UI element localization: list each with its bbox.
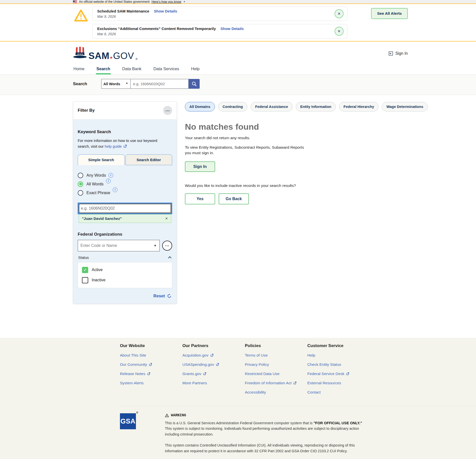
match-mode-radios: Any Words i All Words i Exact Phrase i [78,173,172,196]
keyword-chip-label: "Juan David Sanchez" [82,216,122,221]
sign-in-icon [388,51,393,56]
gov-banner-text: An official website of the United States… [79,0,150,3]
keyword-tabs: Simple Search Search Editor [78,154,172,165]
footer-link-system-alerts[interactable]: System Alerts [120,381,182,385]
info-icon[interactable]: i [113,187,117,192]
nav-data-services[interactable]: Data Services [153,64,180,74]
checkbox-inactive[interactable] [82,277,88,283]
collapse-filters-button[interactable]: — [163,106,172,115]
show-details-link[interactable]: Show Details [220,26,244,31]
help-guide-link[interactable]: help guide [105,144,122,148]
footer-link-usaspending-gov[interactable]: USASpending.gov [182,362,245,367]
go-back-button[interactable]: Go Back [219,193,249,204]
alert-title: Exclusions “Additional Comments” Content… [97,26,216,31]
more-options-button[interactable]: ... [162,241,172,251]
alerts-section: Scheduled SAM Maintenance Show Details M… [0,4,476,41]
results-area: All Domains Contracting Federal Assistan… [185,101,476,204]
how-you-know-link[interactable]: Here’s how you know [152,0,181,3]
footer-link-acquisition-gov[interactable]: Acquisition.gov [182,353,245,358]
external-link-icon [149,363,152,366]
footer-col-policies: Policies Terms of Use Privacy Policy Res… [245,343,307,395]
footer-link-help[interactable]: Help [307,353,370,358]
search-band-label: Search [73,81,87,86]
keyword-search-heading: Keyword Search [78,129,172,134]
pill-federal-assistance[interactable]: Federal Assistance [251,102,293,111]
footer-link-accessibility[interactable]: Accessibility [245,390,307,395]
show-details-link[interactable]: Show Details [154,9,177,13]
info-icon[interactable]: i [108,173,113,178]
yes-button[interactable]: Yes [185,193,215,204]
close-alert-button[interactable]: ✕ [335,27,344,36]
content-area: Filter By — Keyword Search For more info… [0,95,476,338]
registered-mark: ® [136,411,138,414]
footer-link-our-community[interactable]: Our Community [120,362,182,367]
reset-filters-link[interactable]: Reset [153,294,165,299]
footer-link-check-entity-status[interactable]: Check Entity Status [307,362,370,367]
svg-text:★: ★ [79,53,81,55]
radio-all-words[interactable] [78,181,83,187]
no-matches-title: No matches found [185,122,476,132]
sam-gov-logo[interactable]: ★ ★ ★ SAM★GOV ® [73,46,137,60]
footer-link-external-resources[interactable]: External Resources [307,381,370,385]
checkbox-active-label: Active [92,268,103,272]
federal-org-combobox[interactable] [78,240,160,251]
pill-federal-hierarchy[interactable]: Federal Hierarchy [339,102,379,111]
pill-all-domains[interactable]: All Domains [185,102,215,111]
search-submit-button[interactable] [189,79,200,89]
logo-star-icon: ★ [109,55,113,60]
sign-in-note: To view Entity Registrations, Subcontrac… [185,145,308,156]
nav-data-bank[interactable]: Data Bank [122,64,142,74]
footer-link-terms-of-use[interactable]: Terms of Use [245,353,307,358]
see-all-alerts-button[interactable]: See All Alerts [371,8,408,19]
tab-simple-search[interactable]: Simple Search [78,154,125,165]
reset-icon[interactable] [167,294,172,298]
chevron-up-icon[interactable] [168,256,172,259]
keyword-search-input[interactable] [79,204,171,213]
logo-gov-text: GOV [113,51,134,61]
info-icon[interactable]: i [106,179,111,183]
tab-search-editor[interactable]: Search Editor [125,154,172,165]
footer-heading: Our Partners [182,343,245,348]
footer-heading: Policies [245,343,307,348]
footer-link-restricted-data-use[interactable]: Restricted Data Use [245,372,307,376]
pill-entity-information[interactable]: Entity Information [296,102,336,111]
nav-home[interactable]: Home [73,64,85,74]
logo-sam-text: SAM [88,51,109,61]
footer-link-release-notes[interactable]: Release Notes [120,372,182,376]
remove-chip-icon[interactable]: ✕ [165,217,168,220]
checkbox-active[interactable]: ✓ [82,267,88,273]
alert-card: Scheduled SAM Maintenance Show Details M… [92,6,347,21]
footer-link-federal-service-desk[interactable]: Federal Service Desk [307,372,370,376]
footer-link-foia[interactable]: Freedom of Information Act [245,381,307,385]
alert-date: Mar 9, 2026 [97,14,177,18]
external-link-icon [123,144,127,148]
warning-paragraph-2: This system contains Controlled Unclassi… [165,443,367,454]
search-mode-select[interactable]: All Words [101,79,131,89]
registered-mark: ® [135,57,137,60]
nav-search[interactable]: Search [96,64,111,74]
footer-link-privacy-policy[interactable]: Privacy Policy [245,362,307,367]
site-header: ★ ★ ★ SAM★GOV ® Sign In [0,41,476,64]
sign-in-button[interactable]: Sign In [185,161,215,172]
radio-exact-phrase[interactable] [78,190,83,196]
alert-list: Scheduled SAM Maintenance Show Details M… [92,6,347,38]
footer-link-grants-gov[interactable]: Grants.gov [182,372,245,376]
include-inactive-question: Would you like to include inactive recor… [185,183,476,188]
sign-in-link[interactable]: Sign In [388,51,408,56]
uncle-sam-hat-icon: ★ ★ ★ [73,46,87,60]
footer-link-contact[interactable]: Contact [307,390,370,395]
warning-paragraph-1: This is a U.S. General Services Administ… [165,420,367,437]
warning-title: WARNING [171,413,186,417]
no-matches-subtitle: Your search did not return any results. [185,136,476,140]
radio-any-words[interactable] [78,173,83,178]
pill-contracting[interactable]: Contracting [218,102,247,111]
radio-all-words-label: All Words [86,182,103,186]
global-search-input[interactable] [131,79,189,89]
footer-col-our-website: Our Website About This Site Our Communit… [120,343,182,395]
close-alert-button[interactable]: ✕ [335,9,344,18]
footer-link-about-this-site[interactable]: About This Site [120,353,182,358]
pill-wage-determinations[interactable]: Wage Determinations [382,102,428,111]
footer-link-more-partners[interactable]: More Partners [182,381,245,385]
footer-heading: Customer Service [307,343,370,348]
nav-help[interactable]: Help [191,64,200,74]
